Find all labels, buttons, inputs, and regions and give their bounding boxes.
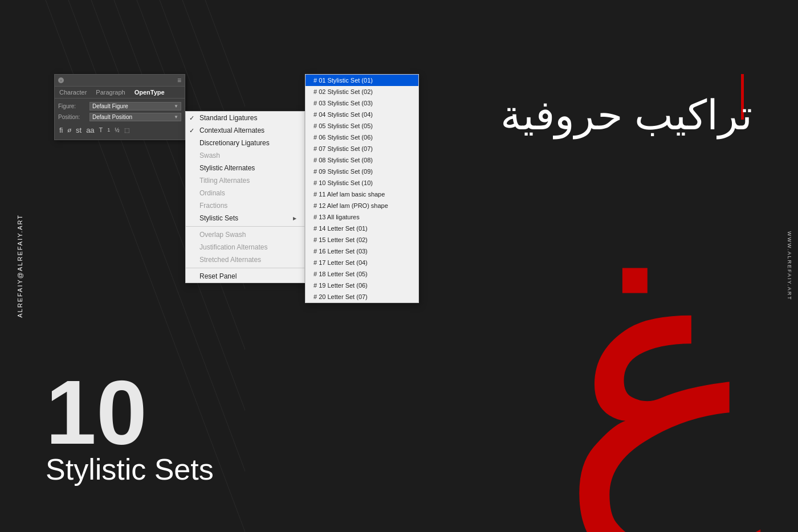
ps-panel-titlebar: × ≡ [55,75,185,87]
submenu-item-19[interactable]: # 19 Letter Set (06) [306,280,418,291]
right-sidebar: WWW.ALREFAIY.ART [781,0,798,532]
submenu-item-03[interactable]: # 03 Stylistic Set (03) [306,97,418,109]
submenu-item-07[interactable]: # 07 Stylistic Set (07) [306,143,418,154]
dropdown-item-contextual-alternates[interactable]: Contextual Alternates [186,124,304,137]
submenu-item-15[interactable]: # 15 Letter Set (02) [306,234,418,245]
dropdown-item-discretionary-ligatures[interactable]: Discretionary Ligatures [186,137,304,149]
arabic-heading: تراكيب حروفية [500,91,752,139]
submenu-item-09[interactable]: # 09 Stylistic Set (09) [306,166,418,177]
ps-icon-st[interactable]: st [75,125,83,135]
dropdown-item-justification-alternates[interactable]: Justification Alternates [186,241,304,253]
stylistic-sets-label: Stylistic Sets [46,452,214,486]
ps-position-label: Position: [58,114,89,120]
dropdown-item-fractions[interactable]: Fractions [186,199,304,212]
dropdown-menu: Standard Ligatures Contextual Alternates… [185,111,305,283]
dropdown-item-reset-panel[interactable]: Reset Panel [186,270,304,283]
right-sidebar-text: WWW.ALREFAIY.ART [787,231,792,301]
tab-paragraph[interactable]: Paragraph [91,87,129,98]
ps-position-select[interactable]: Default Position ▼ [89,113,181,121]
submenu-item-20[interactable]: # 20 Letter Set (07) [306,291,418,302]
dropdown-separator-2 [186,268,304,268]
dropdown-item-ordinals[interactable]: Ordinals [186,187,304,199]
ps-figure-row: Figure: Default Figure ▼ [58,102,181,111]
ps-position-row: Position: Default Position ▼ [58,113,181,121]
submenu-item-18[interactable]: # 18 Letter Set (05) [306,268,418,280]
dropdown-item-stretched-alternates[interactable]: Stretched Alternates [186,253,304,266]
big-number: 10 [46,367,214,458]
ps-tabs: Character Paragraph OpenType [55,87,185,99]
submenu-item-10[interactable]: # 10 Stylistic Set (10) [306,177,418,189]
left-sidebar-text: ALREFAIY@ALREFAIY.ART [17,214,23,318]
ps-menu-icon[interactable]: ≡ [177,76,181,84]
dropdown-item-titling-alternates[interactable]: Titling Alternates [186,174,304,187]
dropdown-item-standard-ligatures[interactable]: Standard Ligatures [186,112,304,124]
ps-icons-row: fi ø st aa T 1 ½ ⬚ [58,124,181,136]
ps-icon-aa[interactable]: aa [85,125,95,135]
ps-icon-fraction[interactable]: ½ [113,126,120,134]
submenu-item-01[interactable]: # 01 Stylistic Set (01) [306,75,418,86]
ps-position-arrow: ▼ [174,114,178,120]
ps-figure-label: Figure: [58,103,89,109]
submenu-item-06[interactable]: # 06 Stylistic Set (06) [306,132,418,143]
submenu-stylistic-sets: # 01 Stylistic Set (01) # 02 Stylistic S… [305,74,419,303]
ps-panel: × ≡ Character Paragraph OpenType Figure:… [54,74,185,140]
submenu-item-17[interactable]: # 17 Letter Set (04) [306,257,418,268]
submenu-item-13[interactable]: # 13 All ligatures [306,211,418,223]
submenu-item-16[interactable]: # 16 Letter Set (03) [306,245,418,257]
ps-icon-superscript[interactable]: 1 [106,126,111,133]
ps-panel-body: Figure: Default Figure ▼ Position: Defau… [55,99,185,140]
large-arabic-glyph: ﻍ [560,207,764,532]
ps-figure-arrow: ▼ [174,104,178,109]
submenu-item-11[interactable]: # 11 Alef lam basic shape [306,189,418,200]
submenu-item-12[interactable]: # 12 Alef lam (PRO) shape [306,200,418,211]
dropdown-item-stylistic-alternates[interactable]: Stylistic Alternates [186,162,304,174]
ps-figure-select[interactable]: Default Figure ▼ [89,102,181,111]
left-sidebar: ALREFAIY@ALREFAIY.ART [0,0,40,532]
dropdown-item-swash[interactable]: Swash [186,149,304,162]
dropdown-item-overlap-swash[interactable]: Overlap Swash [186,228,304,241]
submenu-item-14[interactable]: # 14 Letter Set (01) [306,223,418,234]
submenu-item-05[interactable]: # 05 Stylistic Set (05) [306,120,418,132]
submenu-item-08[interactable]: # 08 Stylistic Set (08) [306,154,418,166]
submenu-item-02[interactable]: # 02 Stylistic Set (02) [306,86,418,97]
ps-close-button[interactable]: × [58,77,64,83]
ps-icon-fi[interactable]: fi [58,125,64,135]
dropdown-item-stylistic-sets[interactable]: Stylistic Sets [186,212,304,224]
dropdown-separator-1 [186,226,304,227]
ps-icon-ornament[interactable]: ⬚ [123,126,131,134]
bottom-left-section: 10 Stylistic Sets [46,367,214,486]
tab-character[interactable]: Character [55,87,91,98]
ps-icon-t[interactable]: T [98,126,104,134]
ps-icon-italic[interactable]: ø [67,125,73,135]
submenu-item-04[interactable]: # 04 Stylistic Set (04) [306,109,418,120]
tab-opentype[interactable]: OpenType [130,87,169,98]
